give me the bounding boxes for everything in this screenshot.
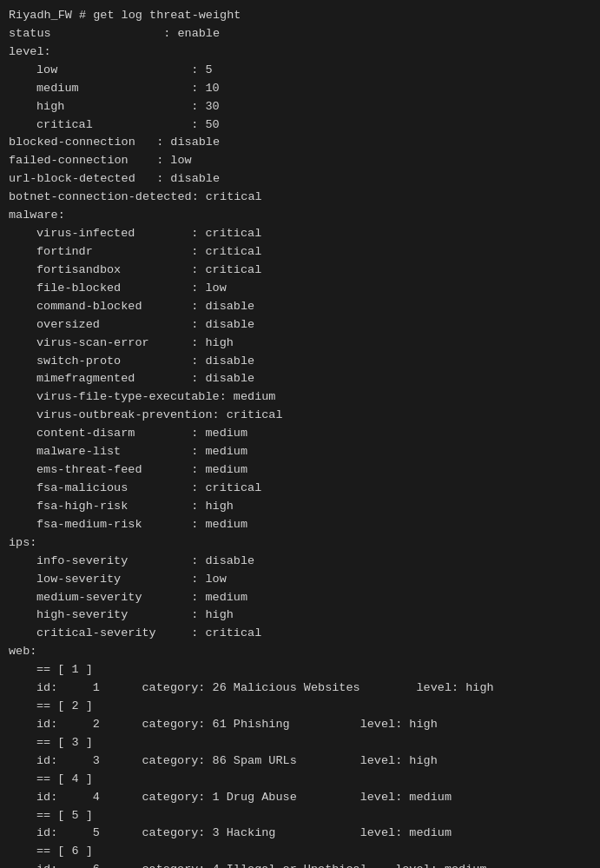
fsa-medium-risk: fsa-medium-risk : medium xyxy=(9,516,591,534)
fortindr: fortindr : critical xyxy=(9,243,591,262)
level-critical: critical : 50 xyxy=(9,116,591,135)
virus-file-type-executable: virus-file-type-executable: medium xyxy=(9,388,591,407)
low-severity: low-severity : low xyxy=(9,571,591,589)
web-entry-3-bracket: == [ 3 ] xyxy=(9,734,591,752)
high-severity: high-severity : high xyxy=(9,606,591,625)
mimefragmented: mimefragmented : disable xyxy=(9,370,591,388)
web-entry-3: id: 3 category: 86 Spam URLs level: high xyxy=(9,752,591,771)
command-blocked: command-blocked : disable xyxy=(9,298,591,316)
fsa-malicious: fsa-malicious : critical xyxy=(9,480,591,498)
web-header: web: xyxy=(9,643,591,661)
web-entry-1-bracket: == [ 1 ] xyxy=(9,661,591,679)
oversized: oversized : disable xyxy=(9,316,591,335)
level-medium: medium : 10 xyxy=(9,80,591,98)
web-entry-6: id: 6 category: 4 Illegal or Unethical l… xyxy=(9,861,591,868)
malware-header: malware: xyxy=(9,207,591,225)
web-entry-4-bracket: == [ 4 ] xyxy=(9,771,591,789)
web-entry-1: id: 1 category: 26 Malicious Websites le… xyxy=(9,679,591,698)
critical-severity: critical-severity : critical xyxy=(9,625,591,643)
file-blocked: file-blocked : low xyxy=(9,280,591,298)
ips-header: ips: xyxy=(9,534,591,553)
virus-scan-error: virus-scan-error : high xyxy=(9,335,591,353)
failed-connection: failed-connection : low xyxy=(9,152,591,170)
fortisandbox: fortisandbox : critical xyxy=(9,262,591,280)
level-low: low : 5 xyxy=(9,62,591,80)
level-high: high : 30 xyxy=(9,98,591,116)
level-header: level: xyxy=(9,43,591,62)
terminal-window: Riyadh_FW # get log threat-weight status… xyxy=(9,7,591,868)
web-entry-2: id: 2 category: 61 Phishing level: high xyxy=(9,716,591,734)
web-entry-4: id: 4 category: 1 Drug Abuse level: medi… xyxy=(9,789,591,807)
web-entry-5: id: 5 category: 3 Hacking level: medium xyxy=(9,825,591,843)
virus-infected: virus-infected : critical xyxy=(9,225,591,243)
switch-proto: switch-proto : disable xyxy=(9,353,591,371)
virus-outbreak-prevention: virus-outbreak-prevention: critical xyxy=(9,407,591,425)
status-line: status : enable xyxy=(9,25,591,43)
content-disarm: content-disarm : medium xyxy=(9,425,591,443)
botnet-connection: botnet-connection-detected: critical xyxy=(9,189,591,207)
web-entry-5-bracket: == [ 5 ] xyxy=(9,807,591,825)
medium-severity: medium-severity : medium xyxy=(9,589,591,607)
prompt-line: Riyadh_FW # get log threat-weight xyxy=(9,7,591,25)
blocked-connection: blocked-connection : disable xyxy=(9,134,591,152)
url-block-detected: url-block-detected : disable xyxy=(9,170,591,189)
info-severity: info-severity : disable xyxy=(9,553,591,571)
web-entry-2-bracket: == [ 2 ] xyxy=(9,698,591,716)
malware-list: malware-list : medium xyxy=(9,443,591,461)
web-entry-6-bracket: == [ 6 ] xyxy=(9,843,591,861)
fsa-high-risk: fsa-high-risk : high xyxy=(9,498,591,516)
ems-threat-feed: ems-threat-feed : medium xyxy=(9,461,591,480)
